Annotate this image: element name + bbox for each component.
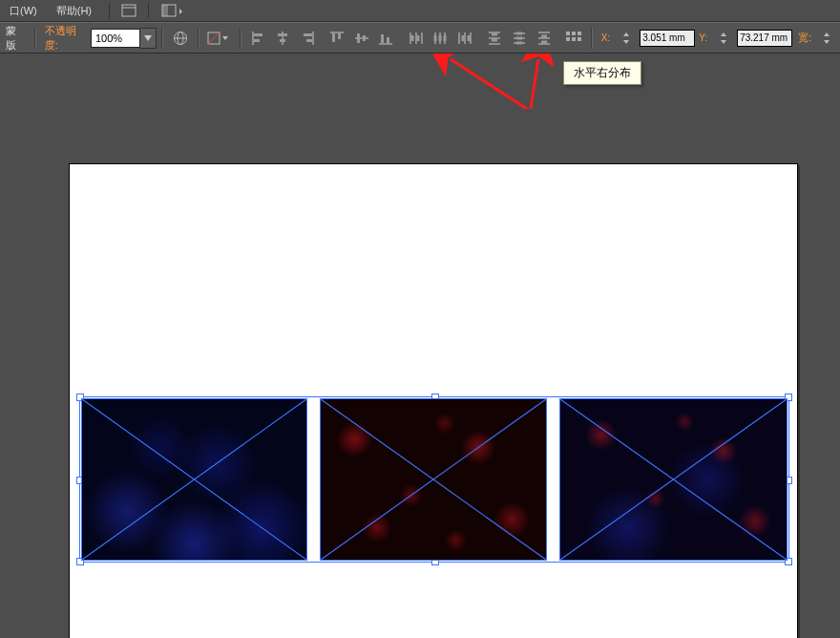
globe-icon[interactable] <box>169 26 192 50</box>
x-input[interactable] <box>640 30 695 47</box>
svg-rect-36 <box>439 35 442 41</box>
svg-rect-13 <box>278 33 287 36</box>
swatch-dropdown-icon[interactable] <box>205 26 234 50</box>
svg-rect-11 <box>254 39 260 42</box>
opacity-label: 不透明度: <box>45 24 87 53</box>
options-bar: 蒙版 不透明度: X: Y: <box>0 22 840 53</box>
svg-rect-23 <box>363 35 366 41</box>
w-stepper-icon[interactable] <box>815 26 838 50</box>
hdist-center-icon[interactable] <box>430 26 452 50</box>
svg-line-8 <box>208 32 220 44</box>
svg-rect-26 <box>387 37 389 43</box>
svg-rect-60 <box>572 32 576 35</box>
svg-rect-17 <box>306 39 312 42</box>
canvas-area[interactable]: 水平右分布 <box>0 53 840 638</box>
svg-rect-59 <box>566 32 570 35</box>
svg-rect-10 <box>254 33 262 36</box>
svg-rect-30 <box>410 35 413 41</box>
arrange-doc-icon[interactable] <box>121 3 136 18</box>
tooltip: 水平右分布 <box>563 61 641 85</box>
align-left-icon[interactable] <box>247 26 270 50</box>
svg-rect-31 <box>416 35 419 41</box>
separator <box>240 28 242 49</box>
separator <box>198 28 200 49</box>
y-position: Y: <box>697 26 792 50</box>
svg-rect-47 <box>492 38 497 41</box>
svg-rect-63 <box>572 37 576 41</box>
svg-rect-41 <box>462 35 465 41</box>
svg-rect-52 <box>516 36 522 39</box>
svg-rect-42 <box>468 35 471 41</box>
svg-rect-51 <box>516 32 522 34</box>
x-stepper-icon[interactable] <box>614 26 638 50</box>
y-stepper-icon[interactable] <box>711 26 735 50</box>
placed-image-2[interactable] <box>320 398 547 561</box>
placed-image-3[interactable] <box>559 398 788 561</box>
x-position: X: <box>599 26 695 50</box>
svg-rect-62 <box>566 37 570 41</box>
menu-divider <box>148 3 149 18</box>
align-bottom-icon[interactable] <box>375 26 398 50</box>
svg-line-71 <box>451 59 527 109</box>
hdist-left-icon[interactable] <box>405 26 428 50</box>
svg-rect-22 <box>357 33 360 43</box>
placed-image-1[interactable] <box>81 398 307 561</box>
menu-divider <box>109 3 110 18</box>
align-hcenter-icon[interactable] <box>271 26 294 50</box>
align-vcenter-icon[interactable] <box>350 26 373 50</box>
align-top-icon[interactable] <box>326 26 348 50</box>
y-label: Y: <box>699 32 707 43</box>
svg-rect-3 <box>162 5 168 16</box>
align-right-icon[interactable] <box>296 26 319 50</box>
svg-line-65 <box>82 399 306 560</box>
dropdown-caret-icon[interactable] <box>140 28 157 49</box>
svg-rect-37 <box>444 35 447 41</box>
svg-rect-35 <box>434 35 437 41</box>
separator <box>161 28 163 49</box>
svg-rect-46 <box>492 32 497 35</box>
x-label: X: <box>601 32 610 43</box>
svg-line-69 <box>560 399 787 560</box>
svg-line-68 <box>321 399 546 560</box>
svg-rect-53 <box>516 41 522 44</box>
separator <box>591 28 593 49</box>
svg-rect-64 <box>578 37 581 41</box>
svg-rect-0 <box>122 5 136 16</box>
mask-label: 蒙版 <box>6 24 26 53</box>
svg-rect-16 <box>304 33 312 36</box>
layout-grid-icon[interactable] <box>160 3 185 18</box>
svg-line-70 <box>560 399 787 560</box>
svg-rect-19 <box>332 33 335 42</box>
width-label: 宽: <box>798 31 811 45</box>
svg-rect-25 <box>381 34 384 43</box>
vdist-center-icon[interactable] <box>508 26 531 50</box>
menu-bar: 口(W) 帮助(H) <box>0 0 840 22</box>
svg-rect-61 <box>578 32 581 35</box>
distribute-spacing-icon[interactable] <box>562 26 585 50</box>
separator <box>34 28 36 49</box>
svg-line-67 <box>321 399 546 560</box>
svg-rect-57 <box>541 34 547 37</box>
svg-rect-14 <box>280 39 285 42</box>
menu-help[interactable]: 帮助(H) <box>51 2 97 20</box>
vdist-top-icon[interactable] <box>484 26 507 50</box>
svg-rect-20 <box>338 33 341 39</box>
opacity-select[interactable] <box>91 28 157 49</box>
opacity-input[interactable] <box>91 29 140 48</box>
vdist-bottom-icon[interactable] <box>533 26 556 50</box>
menu-window[interactable]: 口(W) <box>4 2 43 20</box>
hdist-right-icon[interactable] <box>453 26 476 50</box>
y-input[interactable] <box>737 30 792 47</box>
svg-line-66 <box>82 399 306 560</box>
svg-rect-58 <box>541 40 547 43</box>
svg-line-72 <box>531 59 538 109</box>
tooltip-text: 水平右分布 <box>574 66 631 79</box>
